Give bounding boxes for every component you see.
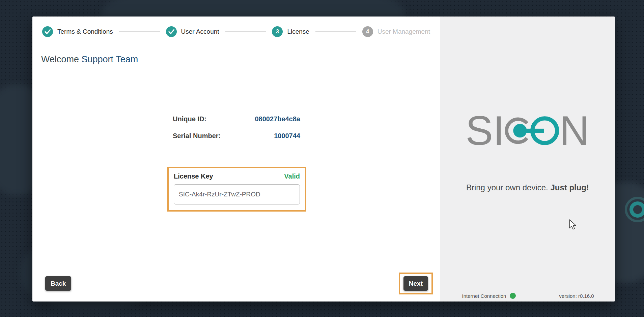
version-label: version: r0.16.0 [559, 293, 594, 299]
step-user-account[interactable]: User Account [166, 26, 219, 37]
connection-ok-dot-icon [510, 293, 516, 299]
device-info-list: Unique ID: 080027be4c8a Serial Number: 1… [173, 115, 300, 149]
logo-letters-si: SI [466, 114, 504, 147]
stepper-connector-line [315, 31, 356, 32]
teal-ring-decoration [629, 201, 644, 218]
step-number-badge: 4 [362, 26, 373, 37]
wizard-actions-row: Back Next [45, 273, 433, 294]
next-button[interactable]: Next [403, 276, 428, 291]
tagline: Bring your own device. Just plug! [440, 183, 615, 192]
version-info: version: r0.16.0 [538, 290, 615, 302]
wizard-stepper: Terms & Conditions User Account 3 Licens… [32, 17, 440, 47]
internet-connection-status: Internet Connection [440, 290, 538, 302]
serial-number-value: 1000744 [274, 132, 300, 140]
internet-connection-label: Internet Connection [462, 293, 506, 299]
step-label: User Account [181, 28, 219, 35]
serial-number-row: Serial Number: 1000744 [173, 132, 300, 140]
unique-id-row: Unique ID: 080027be4c8a [173, 115, 300, 123]
license-key-label: License Key [174, 172, 213, 180]
logo-plug-dot [513, 124, 527, 137]
check-icon [166, 26, 177, 37]
setup-wizard-card: Terms & Conditions User Account 3 Licens… [32, 17, 615, 302]
branding-panel: SI N Bring your own device. Just plug! I… [440, 17, 615, 302]
welcome-text: Welcome [41, 54, 82, 64]
mouse-cursor-icon [569, 219, 578, 231]
unique-id-value: 080027be4c8a [255, 115, 300, 123]
step-label: User Management [377, 28, 430, 35]
status-bar: Internet Connection version: r0.16.0 [440, 290, 615, 302]
next-button-highlight-box: Next [399, 273, 433, 294]
license-key-highlight-box: License Key Valid [167, 167, 306, 212]
back-button[interactable]: Back [45, 276, 71, 291]
unique-id-label: Unique ID: [173, 115, 206, 123]
tagline-bold: Just plug! [550, 183, 589, 192]
account-name: Support Team [82, 54, 138, 64]
stepper-connector-line [225, 31, 266, 32]
page-title: Welcome Support Team [41, 54, 138, 65]
check-icon [42, 26, 53, 37]
license-key-input[interactable] [174, 184, 300, 204]
title-divider [41, 71, 433, 71]
serial-number-label: Serial Number: [173, 132, 221, 140]
license-key-header: License Key Valid [174, 172, 300, 180]
tagline-regular: Bring your own device. [466, 183, 550, 192]
step-number-badge: 3 [272, 26, 283, 37]
stepper-connector-line [119, 31, 160, 32]
wizard-main-panel: Terms & Conditions User Account 3 Licens… [32, 17, 440, 302]
sicon-logo: SI N [466, 114, 590, 149]
step-terms-and-conditions[interactable]: Terms & Conditions [42, 26, 113, 37]
step-user-management: 4 User Management [362, 26, 430, 37]
logo-letter-n: N [560, 114, 589, 147]
step-label: Terms & Conditions [57, 28, 113, 35]
license-valid-badge: Valid [284, 172, 300, 180]
step-license[interactable]: 3 License [272, 26, 309, 37]
step-label: License [287, 28, 309, 35]
